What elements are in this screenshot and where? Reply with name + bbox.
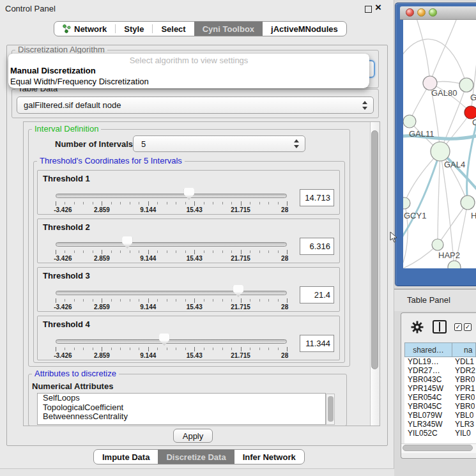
tab-infer-network[interactable]: Infer Network: [234, 450, 304, 464]
table-data-combo[interactable]: galFiltered.sif default node: [17, 96, 374, 114]
threshold-2-panel: Threshold 2 -3.4262.8599.14415.4321.7152…: [37, 219, 340, 263]
tab-cyni-toolbox[interactable]: Cyni Toolbox: [194, 22, 263, 36]
slider-handle[interactable]: [159, 334, 169, 346]
combo-spinner-icon[interactable]: [362, 101, 367, 110]
column-header-name[interactable]: na: [452, 342, 476, 357]
tab-jactivemnodules[interactable]: jActiveMNodules: [263, 22, 346, 36]
column-header-shared-name[interactable]: shared…: [404, 342, 452, 357]
number-of-intervals-label: Number of Intervals: [55, 139, 133, 149]
control-panel-title: Control Panel: [5, 4, 56, 13]
popup-option-manual[interactable]: Manual Discretization: [10, 66, 96, 75]
node-label-gal4: GAL4: [444, 160, 465, 169]
close-icon[interactable]: ×: [375, 1, 381, 14]
slider-track[interactable]: [56, 242, 287, 247]
list-item[interactable]: SelfLoops: [38, 394, 325, 403]
node-label-gal11: GAL11: [409, 129, 434, 139]
top-tab-bar: Network Style Select Cyni Toolbox jActiv…: [54, 21, 347, 36]
threshold-value-input[interactable]: [300, 189, 334, 206]
tick-marks: [56, 348, 287, 350]
threshold-label: Threshold 2: [43, 222, 90, 232]
close-traffic-light-icon[interactable]: [406, 8, 414, 17]
tick-labels: -3.4262.8599.14415.4321.71528: [56, 206, 287, 214]
tick-marks: [56, 202, 287, 204]
network-icon: [63, 24, 71, 33]
threshold-label: Threshold 4: [43, 319, 90, 329]
tick-marks: [56, 250, 287, 253]
numerical-attributes-list[interactable]: SelfLoopsTopologicalCoefficientBetweenne…: [37, 393, 326, 425]
threshold-1-slider[interactable]: -3.4262.8599.14415.4321.71528: [56, 188, 287, 215]
table-row[interactable]: YBR045C YBR0: [404, 402, 476, 411]
threshold-4-slider[interactable]: -3.4262.8599.14415.4321.71528: [56, 334, 287, 360]
threshold-3-panel: Threshold 3 -3.4262.8599.14415.4321.7152…: [37, 267, 340, 312]
thresholds-group-title: Threshold's Coordinates for 5 Intervals: [37, 157, 185, 165]
table-row[interactable]: YPR145W YPR1: [404, 384, 476, 393]
table-row[interactable]: YBL079W YBL0: [404, 411, 476, 420]
tab-network[interactable]: Network: [54, 22, 115, 36]
select-all-checkbox-icon[interactable]: ✓: [454, 323, 462, 331]
node-label-clipped-mid: C: [472, 118, 476, 127]
table-data-combo-value: galFiltered.sif default node: [24, 100, 121, 110]
tab-discretize-data[interactable]: Discretize Data: [158, 450, 234, 464]
slider-handle[interactable]: [184, 188, 194, 200]
attributes-scrollbar-thumb[interactable]: [328, 396, 334, 422]
tick-labels: -3.4262.8599.14415.4321.71528: [56, 352, 287, 360]
threshold-3-slider[interactable]: -3.4262.8599.14415.4321.71528: [56, 285, 287, 312]
threshold-2-slider[interactable]: -3.4262.8599.14415.4321.71528: [56, 236, 287, 263]
slider-track[interactable]: [56, 291, 287, 295]
table-horizontal-scrollbar-thumb[interactable]: [403, 445, 473, 451]
number-of-intervals-combo[interactable]: 5: [133, 135, 305, 152]
numerical-attributes-label: Numerical Attributes: [32, 381, 113, 391]
gear-icon[interactable]: [411, 321, 424, 336]
node-label-gal80: GAL80: [431, 88, 457, 98]
vertical-scrollbar-thumb[interactable]: [371, 130, 378, 369]
tab-select[interactable]: Select: [153, 22, 194, 36]
table-row[interactable]: YLR345W YLR3: [404, 420, 476, 429]
node-label-hap2: HAP2: [438, 250, 460, 260]
attributes-group-title: Attributes to discretize: [32, 369, 119, 378]
mouse-cursor: [390, 231, 397, 243]
slider-track[interactable]: [56, 339, 287, 344]
minimize-traffic-light-icon[interactable]: [417, 8, 426, 17]
threshold-value-input[interactable]: [300, 286, 334, 303]
select-none-checkbox-icon[interactable]: ✓: [464, 323, 472, 331]
slider-handle[interactable]: [122, 236, 132, 249]
slider-handle[interactable]: [233, 285, 243, 297]
tab-style[interactable]: Style: [116, 22, 152, 36]
threshold-1-panel: Threshold 1 -3.4262.8599.14415.4321.7152…: [37, 170, 340, 215]
slider-track[interactable]: [56, 194, 287, 198]
apply-button[interactable]: Apply: [173, 429, 213, 443]
algorithm-popup: Select algorithm to view settings Manual…: [8, 54, 369, 88]
combo-spinner-icon[interactable]: [294, 139, 299, 148]
table-row[interactable]: YER054C YER0: [404, 393, 476, 402]
threshold-label: Threshold 3: [43, 271, 90, 280]
network-canvas[interactable]: GAL80 GA GAL11 C GAL4 GCY1 H HAP2: [403, 20, 476, 268]
float-window-icon[interactable]: [365, 6, 372, 13]
table-row[interactable]: YBR043C YBR0: [404, 375, 476, 384]
tab-impute-data[interactable]: Impute Data: [94, 450, 158, 464]
zoom-traffic-light-icon[interactable]: [429, 8, 437, 17]
interval-definition-title: Interval Definition: [32, 125, 101, 134]
tick-labels: -3.4262.8599.14415.4321.71528: [56, 303, 287, 311]
threshold-value-input[interactable]: [300, 335, 334, 352]
screen: Control Panel × Network Style Select Cyn…: [0, 0, 476, 476]
table-row[interactable]: YIL052C YIL0: [404, 429, 476, 438]
node-label-clipped-top: GA: [470, 93, 476, 102]
threshold-4-panel: Threshold 4 -3.4262.8599.14415.4321.7152…: [37, 316, 340, 360]
popup-option-equal-width[interactable]: Equal Width/Frequency Discretization: [10, 77, 149, 86]
list-item[interactable]: TopologicalCoefficient: [38, 403, 325, 413]
threshold-label: Threshold 1: [43, 174, 90, 183]
bottom-tab-bar: Impute Data Discretize Data Infer Networ…: [93, 449, 305, 464]
table-row[interactable]: YDL19… YDL1: [404, 357, 476, 366]
tick-marks: [56, 299, 287, 302]
popup-hint: Select algorithm to view settings: [8, 56, 369, 65]
node-table-rows: YDL19… YDL1 YDR27… YDR2 YBR043C YBR0 YPR…: [404, 357, 476, 443]
node-label-clipped-low: H: [471, 211, 476, 220]
threshold-value-input[interactable]: [300, 238, 334, 255]
list-item[interactable]: BetweennessCentrality: [38, 412, 325, 422]
table-panel-title: Table Panel: [407, 295, 450, 305]
table-row[interactable]: YDR27… YDR2: [404, 366, 476, 375]
column-settings-icon[interactable]: [433, 320, 447, 334]
node-label-gcy1: GCY1: [404, 211, 426, 220]
footer-strip: [0, 468, 394, 476]
tick-labels: -3.4262.8599.14415.4321.71528: [56, 255, 287, 263]
